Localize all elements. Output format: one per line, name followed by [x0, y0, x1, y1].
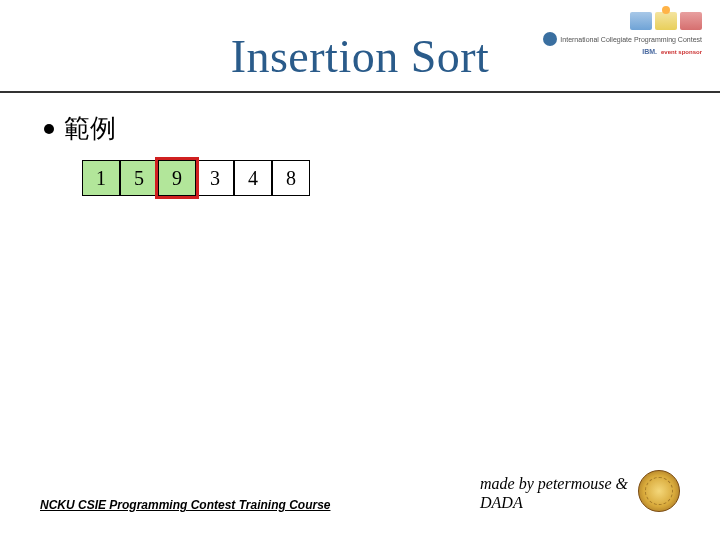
content-area: 範例 159348 [40, 93, 680, 196]
array-cell: 5 [120, 160, 158, 196]
blue-block-icon [630, 12, 652, 30]
array-cell: 9 [158, 160, 196, 196]
icpc-color-blocks [630, 12, 702, 30]
bullet-label: 範例 [64, 111, 116, 146]
footer-right: made by petermouse & DADA [480, 470, 680, 512]
balloon-icon [655, 12, 677, 30]
slide: International Collegiate Programming Con… [0, 0, 720, 540]
university-seal-icon [638, 470, 680, 512]
credit-text: made by petermouse & DADA [480, 474, 628, 512]
acm-text: International Collegiate Programming Con… [560, 36, 702, 43]
ibm-sponsor-text: event sponsor [661, 49, 702, 55]
array-cell: 1 [82, 160, 120, 196]
array-visualization: 159348 [82, 160, 680, 196]
footer: NCKU CSIE Programming Contest Training C… [40, 470, 680, 512]
array-cell: 3 [196, 160, 234, 196]
red-block-icon [680, 12, 702, 30]
credit-line-1: made by petermouse & [480, 475, 628, 492]
course-name: NCKU CSIE Programming Contest Training C… [40, 498, 330, 512]
acm-logo: International Collegiate Programming Con… [543, 32, 702, 46]
acm-circle-icon [543, 32, 557, 46]
credit-line-2: DADA [480, 494, 523, 511]
bullet-item: 範例 [44, 111, 680, 146]
bullet-dot-icon [44, 124, 54, 134]
ibm-text: IBM. [642, 48, 657, 55]
top-right-logos: International Collegiate Programming Con… [543, 12, 702, 55]
array-cell: 4 [234, 160, 272, 196]
ibm-sponsor: IBM. event sponsor [642, 48, 702, 55]
array-cell: 8 [272, 160, 310, 196]
